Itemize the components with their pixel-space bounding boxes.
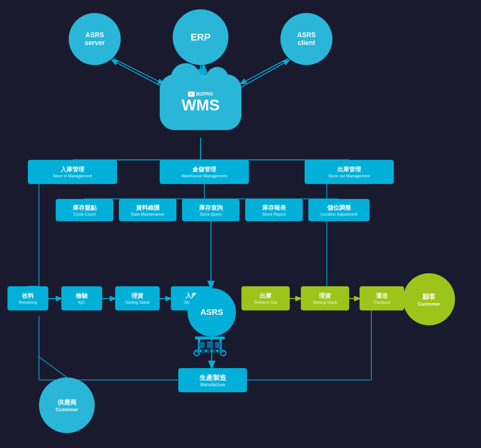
manufacture-box: 生產製造 Manufacture [178,368,247,392]
data-maintenance-zh: 資料維護 [136,204,160,212]
bizpro-icon: B [188,91,195,97]
store-in-mgmt-zh: 入庫管理 [61,166,84,174]
stock-query-zh: 庫存查詢 [199,204,223,212]
data-maintenance-en: Data Maintenance [131,212,164,216]
warehouse-mgmt-box: 倉儲管理 Warehouse Management [160,160,249,184]
location-adj-zh: 儲位調整 [327,204,351,212]
sorting-stack-in-zh: 理貨 [131,292,143,300]
wms-title: WMS [182,97,220,113]
receiving-zh: 收料 [22,292,34,300]
asrs-client-en: client [298,39,315,47]
supplier-zh: 供應商 [58,398,77,407]
asrs-main-node: ASRS [188,288,236,336]
svg-point-39 [205,350,207,352]
store-out-mgmt-box: 出庫管理 Store out Management [305,160,394,184]
erp-node: ERP [173,9,228,65]
iqc-box: 檢驗 IQC [61,286,102,310]
bizpro-text: BiZPRO [196,91,213,97]
transport-box: 運送 Transport [360,286,404,310]
stock-report-box: 庫存報表 Stock Report [245,199,303,221]
location-adj-en: Location Adjustment [321,212,357,216]
asrs-client-zh: ASRS [297,31,316,39]
iqc-en: IQC [78,300,85,304]
bizpro-logo: B BiZPRO [188,91,213,97]
svg-rect-46 [215,342,221,348]
svg-line-5 [241,60,289,87]
customer-en: Customer [418,301,441,307]
receiving-box: 收料 Receiving [7,286,48,310]
customer-zh: 顧客 [422,292,436,301]
transport-zh: 運送 [376,292,388,300]
retrieve-out-box: 出庫 Retrieve Out [241,286,290,310]
erp-label: ERP [191,32,210,43]
conveyor-icon [188,335,232,364]
sorting-stack-out-en: Sorting Stack [313,300,337,304]
conveyor-svg [188,335,232,364]
sorting-stack-in-en: Sorting Stack [125,300,149,304]
store-in-mgmt-box: 入庫管理 Store in Management [28,160,117,184]
asrs-server-en: server [85,39,105,47]
warehouse-mgmt-zh: 倉儲管理 [192,166,216,174]
warehouse-mgmt-en: Warehouse Management [181,174,227,178]
customer-node: 顧客 Customer [403,273,455,325]
asrs-main-label: ASRS [200,307,223,317]
svg-line-21 [39,357,67,377]
manufacture-en: Manufacture [200,382,225,387]
retrieve-out-en: Retrieve Out [254,300,277,304]
manufacture-zh: 生產製造 [199,373,226,382]
asrs-server-node: ASRS server [69,13,121,65]
svg-point-40 [211,350,213,352]
cycle-count-en: Cycle Count [74,212,96,216]
store-out-mgmt-zh: 出庫管理 [337,166,361,174]
supplier-en: Customer [56,407,78,412]
stock-report-zh: 庫存報表 [262,204,286,212]
stock-query-box: 庫存查詢 Stock Query [182,199,240,221]
sorting-stack-in-box: 理貨 Sorting Stack [115,286,160,310]
stock-query-en: Stock Query [199,212,222,216]
svg-point-41 [216,350,218,352]
cycle-count-box: 庫存盤點 Cycle Count [56,199,113,221]
supplier-node: 供應商 Customer [39,377,95,433]
svg-line-2 [111,58,163,84]
svg-line-4 [241,58,290,84]
receiving-en: Receiving [19,300,37,304]
iqc-zh: 檢驗 [76,292,88,300]
location-adj-box: 儲位調整 Location Adjustment [308,199,370,221]
svg-point-38 [199,350,202,352]
wms-cloud: B BiZPRO WMS [160,74,241,130]
asrs-server-zh: ASRS [85,31,104,39]
cycle-count-zh: 庫存盤點 [73,204,97,212]
stock-report-en: Stock Report [262,212,286,216]
data-maintenance-box: 資料維護 Data Maintenance [119,199,176,221]
store-out-mgmt-en: Store out Management [328,174,370,178]
svg-rect-44 [199,342,205,348]
wms-diagram: ASRS server ERP ASRS client B BiZPRO WMS… [0,0,481,448]
store-in-mgmt-en: Store in Management [53,174,92,178]
sorting-stack-out-box: 理貨 Sorting Stack [301,286,349,310]
retrieve-out-zh: 出庫 [260,292,272,300]
svg-rect-45 [207,341,213,348]
transport-en: Transport [373,300,391,304]
asrs-client-node: ASRS client [280,13,332,65]
sorting-stack-out-zh: 理貨 [319,292,331,300]
svg-line-3 [112,60,163,87]
